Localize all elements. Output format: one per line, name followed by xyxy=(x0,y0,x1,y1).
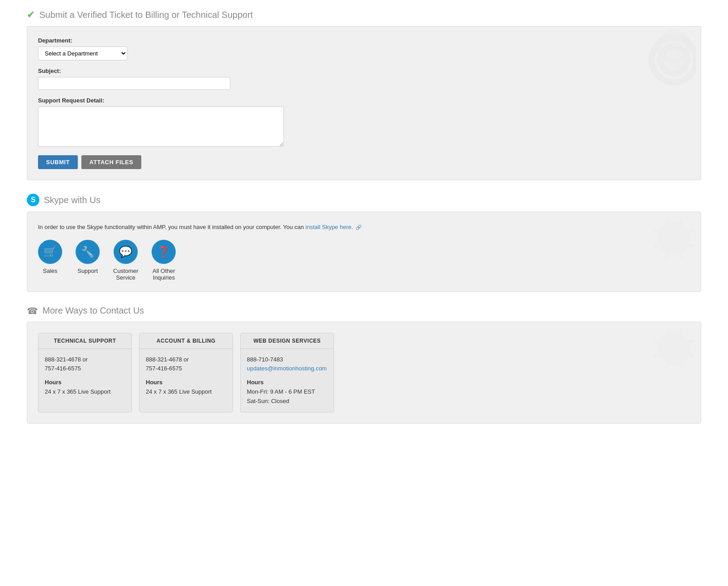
skype-support-item[interactable]: 🔧 Support xyxy=(76,240,100,274)
tech-support-hours: 24 x 7 x 365 Live Support xyxy=(45,388,110,395)
submit-button[interactable]: SUBMIT xyxy=(38,155,78,169)
skype-logo-icon: S xyxy=(27,194,39,206)
phone-icon: ☎ xyxy=(27,306,38,316)
webdesign-body: 888-710-7483 updates@inmotionhosting.com… xyxy=(241,349,334,412)
webdesign-card: WEB DESIGN SERVICES 888-710-7483 updates… xyxy=(240,333,334,413)
contact-section-header: ☎ More Ways to Contact Us xyxy=(27,306,701,316)
external-link-icon: 🔗 xyxy=(356,225,362,230)
ticket-form-panel: Department: Select a Department Billing … xyxy=(27,26,701,180)
skype-section-title: Skype with Us xyxy=(44,195,101,205)
attach-files-button[interactable]: ATTACH FILES xyxy=(81,155,141,169)
contact-section: ☎ More Ways to Contact Us TECHNICAL SUPP… xyxy=(27,306,701,424)
detail-label: Support Request Detail: xyxy=(38,97,690,104)
ticket-section-title: Submit a Verified Ticket to Billing or T… xyxy=(39,10,253,20)
skype-customerservice-item[interactable]: 💬 Customer Service xyxy=(113,240,138,281)
subject-input[interactable] xyxy=(38,77,230,90)
webdesign-email-link[interactable]: updates@inmotionhosting.com xyxy=(247,365,327,372)
billing-phone1: 888-321-4678 or xyxy=(146,356,189,363)
ticket-section: ✔ Submit a Verified Ticket to Billing or… xyxy=(27,9,701,180)
skype-support-label: Support xyxy=(77,268,98,274)
webdesign-header: WEB DESIGN SERVICES xyxy=(241,333,334,349)
form-button-row: SUBMIT ATTACH FILES xyxy=(38,155,690,169)
contact-cards-container: TECHNICAL SUPPORT 888-321-4678 or 757-41… xyxy=(38,333,690,413)
billing-hours-label: Hours xyxy=(146,378,226,387)
billing-phone2: 757-416-6575 xyxy=(146,365,182,372)
skype-contacts-row: 🛒 Sales 🔧 Support 💬 Customer Service ❓ A… xyxy=(38,240,690,281)
skype-section: S Skype with Us In order to use the Skyp… xyxy=(27,194,701,292)
billing-hours: 24 x 7 x 365 Live Support xyxy=(146,388,212,395)
webdesign-extra-hours: Sat-Sun: Closed xyxy=(247,398,289,404)
checkmark-icon: ✔ xyxy=(27,9,35,21)
webdesign-phone1: 888-710-7483 xyxy=(247,356,283,363)
department-select[interactable]: Select a Department Billing Technical Su… xyxy=(38,47,127,60)
skype-support-icon[interactable]: 🔧 xyxy=(76,240,100,264)
skype-otherinquiries-icon[interactable]: ❓ xyxy=(152,240,176,264)
webdesign-hours: Mon-Fri: 9 AM - 6 PM EST xyxy=(247,388,315,395)
tech-support-body: 888-321-4678 or 757-416-6575 Hours 24 x … xyxy=(38,349,131,403)
skype-section-header: S Skype with Us xyxy=(27,194,701,206)
skype-sales-icon[interactable]: 🛒 xyxy=(38,240,62,264)
skype-otherinquiries-item[interactable]: ❓ All Other Inquiries xyxy=(152,240,176,281)
billing-card: ACCOUNT & BILLING 888-321-4678 or 757-41… xyxy=(139,333,233,413)
subject-label: Subject: xyxy=(38,68,690,74)
webdesign-hours-label: Hours xyxy=(247,378,327,387)
billing-header: ACCOUNT & BILLING xyxy=(140,333,233,349)
contact-section-title: More Ways to Contact Us xyxy=(42,306,144,316)
skype-install-link[interactable]: install Skype here. xyxy=(305,224,353,230)
contact-panel: TECHNICAL SUPPORT 888-321-4678 or 757-41… xyxy=(27,322,701,424)
skype-description: In order to use the Skype functionality … xyxy=(38,223,690,232)
skype-sales-item[interactable]: 🛒 Sales xyxy=(38,240,62,274)
skype-otherinquiries-label: All Other Inquiries xyxy=(152,268,175,281)
detail-textarea[interactable] xyxy=(38,106,284,147)
department-label: Department: xyxy=(38,37,690,44)
skype-customerservice-label: Customer Service xyxy=(113,268,138,281)
skype-panel: In order to use the Skype functionality … xyxy=(27,212,701,292)
ticket-section-header: ✔ Submit a Verified Ticket to Billing or… xyxy=(27,9,701,21)
skype-customerservice-icon[interactable]: 💬 xyxy=(114,240,138,264)
tech-support-header: TECHNICAL SUPPORT xyxy=(38,333,131,349)
skype-sales-label: Sales xyxy=(43,268,58,274)
subject-group: Subject: xyxy=(38,68,690,90)
tech-support-phone1: 888-321-4678 or xyxy=(45,356,88,363)
tech-support-hours-label: Hours xyxy=(45,378,125,387)
billing-body: 888-321-4678 or 757-416-6575 Hours 24 x … xyxy=(140,349,233,403)
tech-support-phone2: 757-416-6575 xyxy=(45,365,81,372)
tech-support-card: TECHNICAL SUPPORT 888-321-4678 or 757-41… xyxy=(38,333,132,413)
detail-group: Support Request Detail: xyxy=(38,97,690,148)
department-group: Department: Select a Department Billing … xyxy=(38,37,690,60)
